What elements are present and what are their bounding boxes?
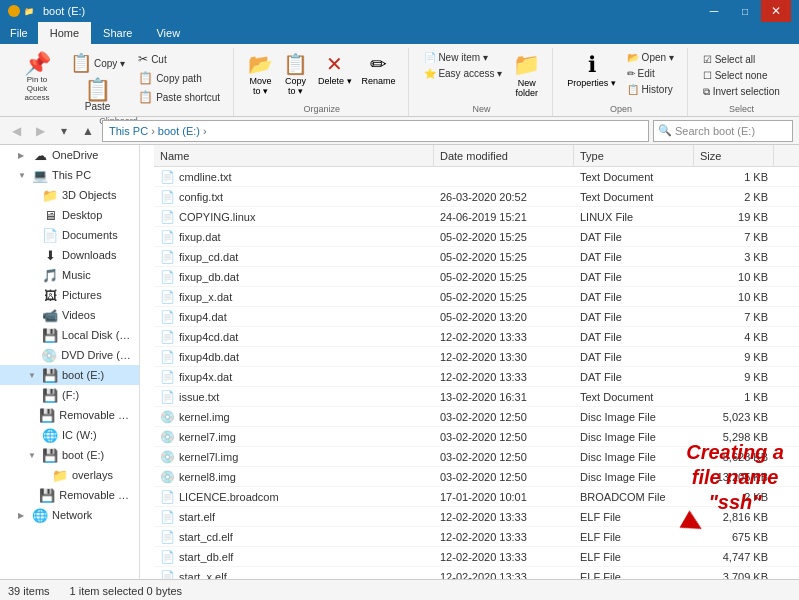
- col-modified[interactable]: Date modified: [434, 145, 574, 166]
- file-row[interactable]: 💿kernel7l.img03-02-2020 12:50Disc Image …: [154, 447, 799, 467]
- file-name-cell-2: 📄COPYING.linux: [154, 210, 434, 224]
- invert-selection-button[interactable]: ⧉ Invert selection: [698, 84, 785, 100]
- copy-to-button[interactable]: 📋 Copyto ▾: [279, 50, 312, 98]
- col-name[interactable]: Name: [154, 145, 434, 166]
- address-bar[interactable]: This PC › boot (E:) ›: [102, 120, 649, 142]
- maximize-button[interactable]: □: [730, 0, 760, 22]
- properties-button[interactable]: ℹ Properties ▾: [563, 50, 620, 90]
- search-box[interactable]: 🔍 Search boot (E:): [653, 120, 793, 142]
- pin-quick-access-button[interactable]: 📌 Pin to Quick access: [12, 50, 62, 105]
- ribbon-tab-file[interactable]: File: [0, 22, 38, 44]
- nav-item-0[interactable]: ▶☁OneDrive: [0, 145, 139, 165]
- file-modified-17: 12-02-2020 13:33: [434, 511, 574, 523]
- nav-item-3[interactable]: 🖥Desktop: [0, 205, 139, 225]
- file-row[interactable]: 💿kernel7.img03-02-2020 12:50Disc Image F…: [154, 427, 799, 447]
- nav-item-7[interactable]: 🖼Pictures: [0, 285, 139, 305]
- nav-item-13[interactable]: 💾Removable Disk (H:): [0, 405, 139, 425]
- paste-shortcut-button[interactable]: 📋Paste shortcut: [133, 88, 225, 106]
- breadcrumb-boot[interactable]: boot (E:): [158, 125, 200, 137]
- file-row[interactable]: 📄COPYING.linux24-06-2019 15:21LINUX File…: [154, 207, 799, 227]
- file-name-cell-4: 📄fixup_cd.dat: [154, 250, 434, 264]
- up-button[interactable]: ▲: [78, 121, 98, 141]
- file-row[interactable]: 📄fixup_cd.dat05-02-2020 15:25DAT File3 K…: [154, 247, 799, 267]
- back-button[interactable]: ◀: [6, 121, 26, 141]
- recent-button[interactable]: ▾: [54, 121, 74, 141]
- file-row[interactable]: 📄fixup4cd.dat12-02-2020 13:33DAT File4 K…: [154, 327, 799, 347]
- nav-item-5[interactable]: ⬇Downloads: [0, 245, 139, 265]
- new-folder-button[interactable]: 📁 Newfolder: [509, 50, 544, 100]
- file-row[interactable]: 📄fixup4db.dat12-02-2020 13:30DAT File9 K…: [154, 347, 799, 367]
- nav-item-17[interactable]: 💾Removable Disk (H:): [0, 485, 139, 505]
- nav-item-14[interactable]: 🌐IC (W:): [0, 425, 139, 445]
- file-size-0: 1 KB: [694, 171, 774, 183]
- file-area[interactable]: Name Date modified Type Size 📄cmdline.tx…: [140, 145, 799, 579]
- file-modified-3: 05-02-2020 15:25: [434, 231, 574, 243]
- delete-button[interactable]: ✕ Delete ▾: [314, 50, 356, 88]
- nav-item-18[interactable]: ▶🌐Network: [0, 505, 139, 525]
- paste-button[interactable]: 📋 Paste: [65, 77, 130, 114]
- file-row[interactable]: 📄fixup4x.dat12-02-2020 13:33DAT File9 KB: [154, 367, 799, 387]
- file-name-text-15: kernel8.img: [179, 471, 236, 483]
- file-row[interactable]: 📄fixup4.dat05-02-2020 13:20DAT File7 KB: [154, 307, 799, 327]
- select-none-button[interactable]: ☐ Select none: [698, 68, 773, 83]
- nav-label-3: Desktop: [62, 209, 102, 221]
- file-row[interactable]: 📄start_cd.elf12-02-2020 13:33ELF File675…: [154, 527, 799, 547]
- file-row[interactable]: 💿kernel8.img03-02-2020 12:50Disc Image F…: [154, 467, 799, 487]
- file-modified-5: 05-02-2020 15:25: [434, 271, 574, 283]
- nav-item-8[interactable]: 📹Videos: [0, 305, 139, 325]
- nav-item-16[interactable]: 📁overlays: [0, 465, 139, 485]
- select-all-button[interactable]: ☑ Select all: [698, 52, 760, 67]
- nav-item-11[interactable]: ▼💾boot (E:): [0, 365, 139, 385]
- file-row[interactable]: 📄start.elf12-02-2020 13:33ELF File2,816 …: [154, 507, 799, 527]
- move-to-button[interactable]: 📂 Moveto ▾: [244, 50, 277, 98]
- file-row[interactable]: 📄start_x.elf12-02-2020 13:33ELF File3,70…: [154, 567, 799, 579]
- close-button[interactable]: ✕: [761, 0, 791, 22]
- col-type[interactable]: Type: [574, 145, 694, 166]
- breadcrumb-thispc[interactable]: This PC: [109, 125, 148, 137]
- file-row[interactable]: 📄start_db.elf12-02-2020 13:33ELF File4,7…: [154, 547, 799, 567]
- nav-item-15[interactable]: ▼💾boot (E:): [0, 445, 139, 465]
- nav-item-4[interactable]: 📄Documents: [0, 225, 139, 245]
- nav-item-12[interactable]: 💾(F:): [0, 385, 139, 405]
- file-row[interactable]: 📄LICENCE.broadcom17-01-2020 10:01BROADCO…: [154, 487, 799, 507]
- file-row[interactable]: 📄config.txt26-03-2020 20:52Text Document…: [154, 187, 799, 207]
- file-name-text-11: issue.txt: [179, 391, 219, 403]
- ribbon-tab-home[interactable]: Home: [38, 22, 91, 44]
- history-button[interactable]: 📋 History: [622, 82, 679, 97]
- file-type-15: Disc Image File: [574, 471, 694, 483]
- nav-label-11: boot (E:): [62, 369, 104, 381]
- file-row[interactable]: 💿kernel.img03-02-2020 12:50Disc Image Fi…: [154, 407, 799, 427]
- ribbon-group-open: ℹ Properties ▾ 📂 Open ▾ ✏ Edit 📋 History…: [555, 48, 688, 116]
- rename-button[interactable]: ✏ Rename: [358, 50, 400, 88]
- file-row[interactable]: 📄issue.txt13-02-2020 16:31Text Document1…: [154, 387, 799, 407]
- nav-item-9[interactable]: 💾Local Disk (C:): [0, 325, 139, 345]
- open-button[interactable]: 📂 Open ▾: [622, 50, 679, 65]
- new-item-button[interactable]: 📄 New item ▾: [419, 50, 508, 65]
- file-row[interactable]: 📄fixup_db.dat05-02-2020 15:25DAT File10 …: [154, 267, 799, 287]
- nav-item-2[interactable]: 📁3D Objects: [0, 185, 139, 205]
- ribbon-tab-view[interactable]: View: [144, 22, 192, 44]
- edit-button[interactable]: ✏ Edit: [622, 66, 679, 81]
- file-row[interactable]: 📄fixup.dat05-02-2020 15:25DAT File7 KB: [154, 227, 799, 247]
- file-row[interactable]: 📄fixup_x.dat05-02-2020 15:25DAT File10 K…: [154, 287, 799, 307]
- nav-icon-5: ⬇: [42, 248, 58, 263]
- nav-item-10[interactable]: 💿DVD Drive (E:...: [0, 345, 139, 365]
- file-row[interactable]: 📄cmdline.txtText Document1 KB: [154, 167, 799, 187]
- file-name-text-6: fixup_x.dat: [179, 291, 232, 303]
- file-name-text-14: kernel7l.img: [179, 451, 238, 463]
- nav-item-1[interactable]: ▼💻This PC: [0, 165, 139, 185]
- file-size-4: 3 KB: [694, 251, 774, 263]
- ribbon-tab-share[interactable]: Share: [91, 22, 144, 44]
- copy-button[interactable]: 📋 Copy ▾: [65, 50, 130, 76]
- file-name-text-9: fixup4db.dat: [179, 351, 239, 363]
- file-type-5: DAT File: [574, 271, 694, 283]
- col-size[interactable]: Size: [694, 145, 774, 166]
- forward-button[interactable]: ▶: [30, 121, 50, 141]
- nav-icon-17: 💾: [39, 488, 55, 503]
- cut-button[interactable]: ✂Cut: [133, 50, 225, 68]
- copy-path-button[interactable]: 📋Copy path: [133, 69, 225, 87]
- easy-access-button[interactable]: ⭐ Easy access ▾: [419, 66, 508, 81]
- minimize-button[interactable]: ─: [699, 0, 729, 22]
- nav-item-6[interactable]: 🎵Music: [0, 265, 139, 285]
- file-size-9: 9 KB: [694, 351, 774, 363]
